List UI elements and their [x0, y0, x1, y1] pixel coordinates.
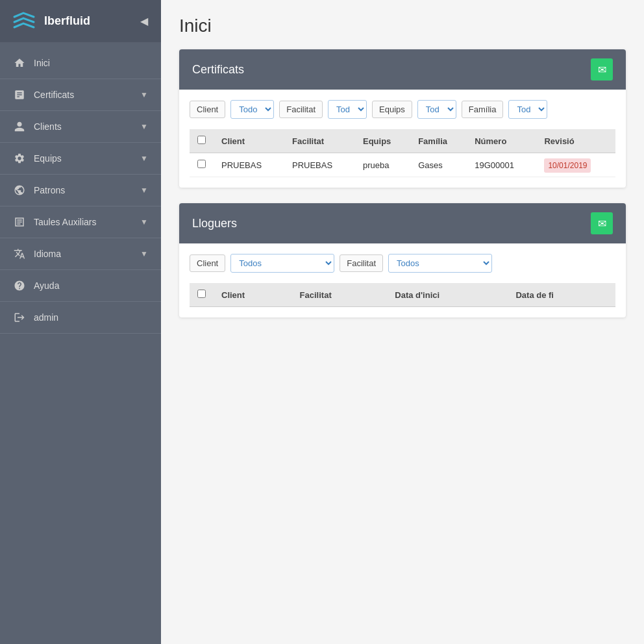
lloguers-filter-row: Client Todos Facilitat Todos	[190, 254, 615, 273]
sidebar-item-ayuda-label: Ayuda	[34, 280, 59, 291]
chevron-down-icon: ▼	[140, 249, 148, 258]
sidebar-item-inici[interactable]: Inici	[0, 47, 161, 79]
chevron-down-icon: ▼	[140, 90, 148, 99]
revisio-badge: 10/01/2019	[544, 158, 591, 173]
sidebar-nav: Inici Certificats ▼ Clients ▼ Equips ▼	[0, 42, 161, 339]
sidebar-item-idioma[interactable]: Idioma ▼	[0, 238, 161, 270]
client-filter-label: Client	[190, 101, 225, 118]
lloguers-card-header: Lloguers ✉	[179, 203, 626, 243]
certificats-card: Certificats ✉ Client Todo Facilitat Tod …	[179, 49, 626, 188]
sidebar-item-clients-label: Clients	[34, 121, 62, 132]
sidebar-item-inici-label: Inici	[34, 58, 50, 68]
col-familia: Família	[410, 129, 467, 153]
facilitat-filter-select[interactable]: Tod	[328, 100, 367, 119]
lloguers-col-facilitat: Facilitat	[292, 283, 388, 307]
cell-numero: 19G00001	[467, 153, 536, 177]
lloguers-col-data-inici: Data d'inici	[387, 283, 508, 307]
col-revisio: Revisió	[536, 129, 615, 153]
equips-filter-select[interactable]: Tod	[417, 100, 456, 119]
sidebar-item-admin[interactable]: admin	[0, 302, 161, 334]
lloguers-select-all-checkbox[interactable]	[197, 290, 206, 298]
certificats-email-button[interactable]: ✉	[591, 58, 613, 80]
familia-filter-select[interactable]: Tod	[508, 100, 547, 119]
select-all-checkbox[interactable]	[197, 136, 206, 144]
sidebar-header: Iberfluid ◀	[0, 0, 161, 42]
lloguers-select-all-header	[190, 283, 214, 307]
logo-icon	[10, 8, 38, 35]
sidebar-item-idioma-label: Idioma	[34, 249, 61, 259]
sidebar-item-patrons[interactable]: Patrons ▼	[0, 175, 161, 206]
table-row: PRUEBAS PRUEBAS prueba Gases 19G00001 10…	[190, 153, 615, 177]
row-checkbox-cell	[190, 153, 214, 177]
globe-icon	[13, 184, 26, 197]
page-title: Inici	[179, 16, 626, 36]
sidebar: Iberfluid ◀ Inici Certificats ▼ Clients …	[0, 0, 161, 644]
lloguers-card: Lloguers ✉ Client Todos Facilitat Todos	[179, 203, 626, 317]
lloguers-table: Client Facilitat Data d'inici Data de fi	[190, 283, 615, 307]
sidebar-item-ayuda[interactable]: Ayuda	[0, 270, 161, 302]
translate-icon	[13, 247, 26, 260]
sidebar-item-certificats[interactable]: Certificats ▼	[0, 79, 161, 111]
sidebar-item-taules-auxiliars-label: Taules Auxiliars	[34, 217, 97, 227]
lloguers-client-select[interactable]: Todos	[230, 254, 334, 273]
lloguers-card-body: Client Todos Facilitat Todos Client	[179, 243, 626, 317]
col-equips: Equips	[355, 129, 410, 153]
client-filter-select[interactable]: Todo	[230, 100, 274, 119]
col-facilitat: Facilitat	[284, 129, 355, 153]
home-icon	[13, 56, 26, 69]
select-all-header	[190, 129, 214, 153]
cell-revisio: 10/01/2019	[536, 153, 615, 177]
equips-filter-label: Equips	[372, 101, 412, 118]
sidebar-collapse-button[interactable]: ◀	[138, 12, 151, 30]
col-client: Client	[214, 129, 284, 153]
sidebar-item-patrons-label: Patrons	[34, 185, 65, 195]
cell-equips: prueba	[355, 153, 410, 177]
sidebar-item-taules-auxiliars[interactable]: Taules Auxiliars ▼	[0, 206, 161, 238]
main-content: Inici Certificats ✉ Client Todo Facilita…	[161, 0, 644, 644]
lloguers-facilitat-label: Facilitat	[340, 254, 383, 272]
sidebar-logo: Iberfluid	[10, 8, 90, 35]
person-icon	[13, 120, 26, 133]
certificats-card-body: Client Todo Facilitat Tod Equips Tod Fam…	[179, 90, 626, 188]
chevron-down-icon: ▼	[140, 154, 148, 163]
col-numero: Número	[467, 129, 536, 153]
lloguers-col-client: Client	[214, 283, 292, 307]
lloguers-client-label: Client	[190, 254, 225, 272]
sidebar-item-equips-label: Equips	[34, 153, 62, 164]
certificats-table: Client Facilitat Equips Família Número R…	[190, 129, 615, 177]
familia-filter-label: Família	[462, 101, 504, 118]
chevron-down-icon: ▼	[140, 122, 148, 131]
sidebar-item-certificats-label: Certificats	[34, 90, 74, 100]
row-checkbox[interactable]	[197, 160, 206, 168]
sidebar-item-clients[interactable]: Clients ▼	[0, 111, 161, 143]
cell-facilitat: PRUEBAS	[284, 153, 355, 177]
sidebar-brand: Iberfluid	[44, 14, 90, 28]
certificats-card-header: Certificats ✉	[179, 49, 626, 90]
cell-client: PRUEBAS	[214, 153, 284, 177]
chevron-down-icon: ▼	[140, 186, 148, 195]
sidebar-item-admin-label: admin	[34, 312, 58, 323]
lloguers-title: Lloguers	[192, 217, 237, 230]
certificats-title: Certificats	[192, 63, 244, 77]
gear-icon	[13, 152, 26, 165]
facilitat-filter-label: Facilitat	[279, 101, 323, 118]
help-icon	[13, 279, 26, 292]
lloguers-col-data-fi: Data de fi	[508, 283, 615, 307]
lloguers-email-button[interactable]: ✉	[591, 212, 613, 234]
certificats-filter-row: Client Todo Facilitat Tod Equips Tod Fam…	[190, 100, 615, 119]
table-icon	[13, 216, 26, 229]
sidebar-item-equips[interactable]: Equips ▼	[0, 143, 161, 175]
cell-familia: Gases	[410, 153, 467, 177]
chevron-down-icon: ▼	[140, 217, 148, 227]
lloguers-facilitat-select[interactable]: Todos	[388, 254, 492, 273]
file-icon	[13, 88, 26, 101]
logout-icon	[13, 311, 26, 324]
